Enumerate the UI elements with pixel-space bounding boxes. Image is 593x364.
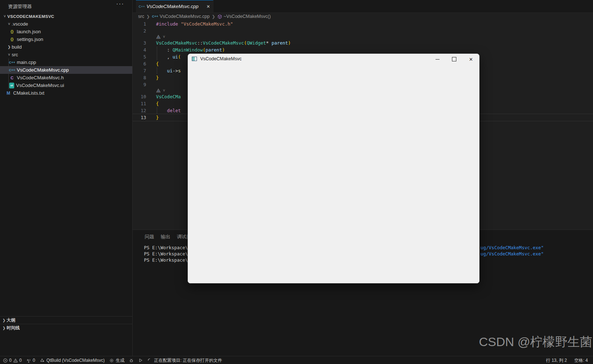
code-text: { <box>146 60 159 67</box>
breadcrumb-file[interactable]: VsCodeCMakeMsvc.cpp <box>160 14 210 19</box>
line-number: 9 <box>133 81 146 88</box>
close-icon[interactable]: ✕ <box>206 4 210 9</box>
progress-text: 正在配置项目: 正在保存打开的文件 <box>154 357 222 364</box>
codelens-row[interactable]: ˅ <box>133 34 593 39</box>
maximize-button[interactable] <box>446 54 463 65</box>
cmake-icon <box>40 358 45 363</box>
chevron-right-icon: ❯ <box>7 45 12 49</box>
panel-tab[interactable]: 问题 <box>145 234 154 240</box>
code-text: } <box>146 74 159 81</box>
line-number: 8 <box>133 74 146 81</box>
code-text: VsCodeCMakeMsvc::VsCodeCMakeMsvc(QWidget… <box>146 39 291 46</box>
qt-title-bar[interactable]: VsCodeCMakeMsvc ✕ <box>188 54 479 65</box>
breadcrumb: src ❯ C++ VsCodeCMakeMsvc.cpp ❯ ~VsCodeC… <box>133 12 593 20</box>
debug-button[interactable] <box>129 358 134 363</box>
chevron-down-icon: ˅ <box>2 14 7 18</box>
code-line[interactable]: 3VsCodeCMakeMsvc::VsCodeCMakeMsvc(QWidge… <box>133 39 593 46</box>
cmake-preset-label: QtBuild (VsCodeCMakeMsvc) <box>46 358 104 363</box>
cpp-file-icon: C++ <box>9 60 15 65</box>
cpp-file-icon: C++ <box>152 15 158 18</box>
line-number: 7 <box>133 67 146 74</box>
line-number: 12 <box>133 107 146 114</box>
timeline-label: 时间线 <box>7 325 20 331</box>
configure-progress[interactable]: 正在配置项目: 正在保存打开的文件 <box>148 357 222 364</box>
bug-icon <box>129 358 134 363</box>
code-text: #include "VsCodeCMakeMsvc.h" <box>146 20 233 27</box>
tree-item-label: settings.json <box>17 37 43 42</box>
line-number: 13 <box>133 114 146 121</box>
close-button[interactable]: ✕ <box>463 54 479 65</box>
code-text: { <box>146 100 159 107</box>
minimize-button[interactable] <box>429 54 446 65</box>
gear-icon <box>109 358 114 363</box>
chevron-right-icon: ❯ <box>1 318 7 322</box>
panel-tab[interactable]: 输出 <box>161 234 170 240</box>
file-tree: ˅VSCODECMAKEMSVC˅.vscode{}launch.json{}s… <box>0 12 132 97</box>
play-icon <box>138 358 143 363</box>
timeline-section[interactable]: ❯ 时间线 <box>0 324 132 332</box>
tree-item[interactable]: uiVsCodeCMakeMsvc.ui <box>0 81 132 89</box>
code-text: , ui( <box>146 53 181 60</box>
indentation-setting[interactable]: 空格: 4 <box>574 357 588 364</box>
cmake-preset-selector[interactable]: QtBuild (VsCodeCMakeMsvc) <box>40 358 104 363</box>
csdn-watermark: CSDN @柠檬野生菌 <box>479 334 592 350</box>
chevron-right-icon: ❯ <box>212 14 215 19</box>
tab-vscodecmakemsvc-cpp[interactable]: C++ VsCodeCMakeMsvc.cpp ✕ <box>136 0 213 12</box>
tree-item-label: src <box>12 52 18 57</box>
tree-item-label: VsCodeCMakeMsvc.h <box>17 75 64 80</box>
error-icon <box>3 358 8 363</box>
tree-item[interactable]: {}settings.json <box>0 35 132 43</box>
terminal-prompt-text: PS E:\Workspace\Q <box>144 251 191 257</box>
tree-item-label: CMakeLists.txt <box>13 90 44 96</box>
tree-item-label: main.cpp <box>17 60 36 65</box>
h-file-icon: C <box>9 75 15 81</box>
tree-item[interactable]: ˅.vscode <box>0 20 132 28</box>
explorer-sidebar: 资源管理器 ··· ˅VSCODECMAKEMSVC˅.vscode{}laun… <box>0 0 133 356</box>
tree-item[interactable]: MCMakeLists.txt <box>0 89 132 97</box>
cursor-position[interactable]: 行 13, 列 2 <box>546 357 567 364</box>
tree-item[interactable]: {}launch.json <box>0 28 132 35</box>
problems-status[interactable]: 0 0 <box>3 358 22 363</box>
code-text <box>146 81 156 88</box>
status-bar: 0 0 0 QtBuild (VsCodeCMakeMsvc) 生成 <box>0 356 593 364</box>
line-number: 1 <box>133 20 146 27</box>
tree-item[interactable]: CVsCodeCMakeMsvc.h <box>0 74 132 81</box>
broadcast-status[interactable]: 0 <box>26 358 35 363</box>
ai-codelens-icon <box>156 88 161 93</box>
explorer-title: 资源管理器 <box>8 3 32 10</box>
code-line[interactable]: 2 <box>133 27 593 34</box>
warning-icon <box>13 358 18 363</box>
line-number: 3 <box>133 39 146 46</box>
more-actions-icon[interactable]: ··· <box>116 1 124 7</box>
tree-item-label: .vscode <box>12 21 28 27</box>
code-line[interactable]: 4 : QMainWindow(parent) <box>133 46 593 53</box>
breadcrumb-symbol[interactable]: ~VsCodeCMakeMsvc() <box>224 14 271 19</box>
line-number: 4 <box>133 46 146 53</box>
tree-item[interactable]: C++VsCodeCMakeMsvc.cpp <box>0 66 132 74</box>
tree-item[interactable]: ❯build <box>0 43 132 51</box>
code-text: delet <box>146 107 181 114</box>
chevron-right-icon: ❯ <box>1 326 7 330</box>
warning-count: 0 <box>19 358 22 363</box>
terminal-prompt-text: PS E:\Workspace\Q <box>144 257 191 263</box>
broadcast-icon <box>26 358 31 363</box>
cpp-file-icon: C++ <box>139 5 145 8</box>
line-number: 10 <box>133 93 146 100</box>
outline-section[interactable]: ❯ 大纲 <box>0 316 132 324</box>
ai-codelens-icon <box>156 35 161 39</box>
launch-button[interactable] <box>138 358 143 363</box>
tree-item[interactable]: C++main.cpp <box>0 58 132 66</box>
breadcrumb-folder[interactable]: src <box>138 14 144 19</box>
line-number: 11 <box>133 100 146 107</box>
chevron-down-icon: ˅ <box>163 34 165 39</box>
tab-label: VsCodeCMakeMsvc.cpp <box>147 4 198 9</box>
tree-item[interactable]: ˅src <box>0 51 132 58</box>
cmake-build-button[interactable]: 生成 <box>109 357 124 364</box>
code-text <box>146 27 156 34</box>
chevron-right-icon: ❯ <box>147 14 150 19</box>
qt-window-title: VsCodeCMakeMsvc <box>200 56 242 61</box>
tree-item-label: VsCodeCMakeMsvc.ui <box>16 83 64 88</box>
chevron-down-icon: ˅ <box>7 53 12 57</box>
code-line[interactable]: 1#include "VsCodeCMakeMsvc.h" <box>133 20 593 27</box>
tree-item[interactable]: ˅VSCODECMAKEMSVC <box>0 12 132 20</box>
